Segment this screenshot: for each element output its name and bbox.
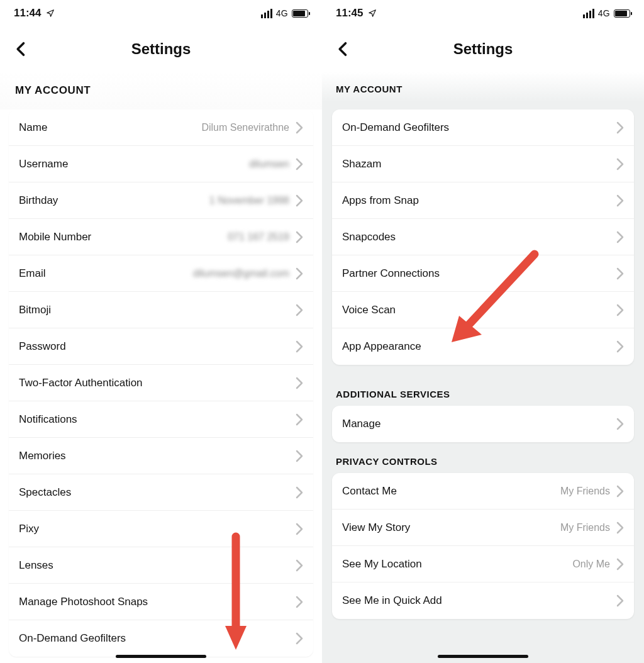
chevron-right-icon xyxy=(296,121,303,134)
settings-row-shazam[interactable]: Shazam xyxy=(332,146,634,182)
chevron-right-icon xyxy=(296,304,303,316)
row-label: On-Demand Geofilters xyxy=(342,121,449,134)
settings-row-manage[interactable]: Manage xyxy=(332,406,634,442)
settings-row-see-my-location[interactable]: See My LocationOnly Me xyxy=(332,546,634,582)
battery-icon xyxy=(292,9,308,18)
chevron-right-icon xyxy=(296,596,303,608)
home-indicator xyxy=(116,655,206,658)
settings-row-two-factor-authentication[interactable]: Two-Factor Authentication xyxy=(9,365,313,401)
chevron-right-icon xyxy=(616,304,624,316)
chevron-right-icon xyxy=(616,158,624,170)
row-label: View My Story xyxy=(342,521,410,534)
chevron-right-icon xyxy=(296,231,303,243)
back-button[interactable] xyxy=(335,40,352,58)
network-label: 4G xyxy=(598,8,610,18)
settings-row-notifications[interactable]: Notifications xyxy=(9,401,313,438)
row-value: My Friends xyxy=(560,522,610,533)
chevron-right-icon xyxy=(296,267,303,280)
settings-row-voice-scan[interactable]: Voice Scan xyxy=(332,292,634,328)
row-label: Shazam xyxy=(342,158,381,170)
chevron-right-icon xyxy=(296,340,303,353)
row-label: Bitmoji xyxy=(19,304,51,316)
row-label: Voice Scan xyxy=(342,304,396,316)
row-label: See Me in Quick Add xyxy=(342,594,442,607)
chevron-right-icon xyxy=(616,340,624,353)
row-value: 071 167 2519 xyxy=(228,231,289,243)
settings-row-on-demand-geofilters[interactable]: On-Demand Geofilters xyxy=(9,620,313,657)
settings-row-view-my-story[interactable]: View My StoryMy Friends xyxy=(332,510,634,546)
settings-list: NameDilum SenevirathneUsernamedilumsenBi… xyxy=(9,109,313,657)
row-label: Memories xyxy=(19,450,66,462)
row-value: 1 November 1998 xyxy=(209,195,289,206)
row-label: Birthday xyxy=(19,194,58,207)
status-bar: 11:44 4G xyxy=(0,0,322,26)
settings-row-mobile-number[interactable]: Mobile Number071 167 2519 xyxy=(9,219,313,255)
row-label: Pixy xyxy=(19,523,39,535)
status-time: 11:45 xyxy=(336,7,363,20)
row-label: Name xyxy=(19,121,47,134)
battery-icon xyxy=(614,9,630,18)
chevron-right-icon xyxy=(296,194,303,207)
nav-bar: Settings xyxy=(0,26,322,72)
page-title: Settings xyxy=(453,40,513,58)
chevron-right-icon xyxy=(296,559,303,572)
chevron-right-icon xyxy=(296,450,303,462)
chevron-right-icon xyxy=(616,121,624,134)
settings-row-contact-me[interactable]: Contact MeMy Friends xyxy=(332,473,634,510)
chevron-right-icon xyxy=(616,194,624,207)
settings-list-privacy: Contact MeMy FriendsView My StoryMy Frie… xyxy=(332,473,634,619)
settings-row-partner-connections[interactable]: Partner Connections xyxy=(332,255,634,292)
chevron-right-icon xyxy=(296,486,303,499)
row-label: Email xyxy=(19,267,46,280)
settings-row-password[interactable]: Password xyxy=(9,328,313,365)
row-label: Snapcodes xyxy=(342,231,396,243)
settings-row-spectacles[interactable]: Spectacles xyxy=(9,474,313,511)
row-label: Apps from Snap xyxy=(342,194,419,207)
settings-row-pixy[interactable]: Pixy xyxy=(9,511,313,547)
row-label: Lenses xyxy=(19,559,53,572)
settings-row-manage-photoshoot-snaps[interactable]: Manage Photoshoot Snaps xyxy=(9,584,313,620)
row-label: App Appearance xyxy=(342,340,421,353)
chevron-right-icon xyxy=(616,594,624,607)
row-label: Contact Me xyxy=(342,485,397,498)
settings-list-account: On-Demand GeofiltersShazamApps from Snap… xyxy=(332,109,634,365)
row-label: Username xyxy=(19,158,68,170)
location-icon xyxy=(46,9,55,18)
signal-strength-icon xyxy=(261,9,272,18)
settings-row-see-me-in-quick-add[interactable]: See Me in Quick Add xyxy=(332,582,634,619)
row-value: dilumsen@gmail.com xyxy=(193,268,289,279)
chevron-right-icon xyxy=(296,632,303,645)
settings-row-email[interactable]: Emaildilumsen@gmail.com xyxy=(9,255,313,292)
settings-row-on-demand-geofilters[interactable]: On-Demand Geofilters xyxy=(332,109,634,146)
row-label: On-Demand Geofilters xyxy=(19,632,126,645)
row-value: Dilum Senevirathne xyxy=(201,122,289,133)
row-label: Spectacles xyxy=(19,486,71,499)
chevron-right-icon xyxy=(616,558,624,571)
settings-row-name[interactable]: NameDilum Senevirathne xyxy=(9,109,313,146)
settings-row-birthday[interactable]: Birthday1 November 1998 xyxy=(9,182,313,219)
row-value: Only Me xyxy=(572,559,610,570)
row-label: Two-Factor Authentication xyxy=(19,377,143,389)
settings-row-bitmoji[interactable]: Bitmoji xyxy=(9,292,313,328)
settings-row-memories[interactable]: Memories xyxy=(9,438,313,474)
settings-row-snapcodes[interactable]: Snapcodes xyxy=(332,219,634,255)
row-label: Mobile Number xyxy=(19,231,91,243)
settings-row-lenses[interactable]: Lenses xyxy=(9,547,313,584)
signal-strength-icon xyxy=(583,9,594,18)
settings-row-username[interactable]: Usernamedilumsen xyxy=(9,146,313,182)
chevron-right-icon xyxy=(616,521,624,534)
back-button[interactable] xyxy=(13,40,30,58)
row-label: Manage xyxy=(342,418,380,430)
chevron-right-icon xyxy=(296,377,303,389)
row-value: dilumsen xyxy=(249,159,289,170)
row-label: Manage Photoshoot Snaps xyxy=(19,596,148,608)
settings-row-apps-from-snap[interactable]: Apps from Snap xyxy=(332,182,634,219)
chevron-right-icon xyxy=(616,267,624,280)
chevron-right-icon xyxy=(296,158,303,170)
section-header-my-account: MY ACCOUNT xyxy=(0,72,322,109)
settings-row-app-appearance[interactable]: App Appearance xyxy=(332,328,634,365)
chevron-right-icon xyxy=(296,413,303,426)
chevron-right-icon xyxy=(296,523,303,535)
location-icon xyxy=(368,9,377,18)
row-label: See My Location xyxy=(342,558,422,571)
